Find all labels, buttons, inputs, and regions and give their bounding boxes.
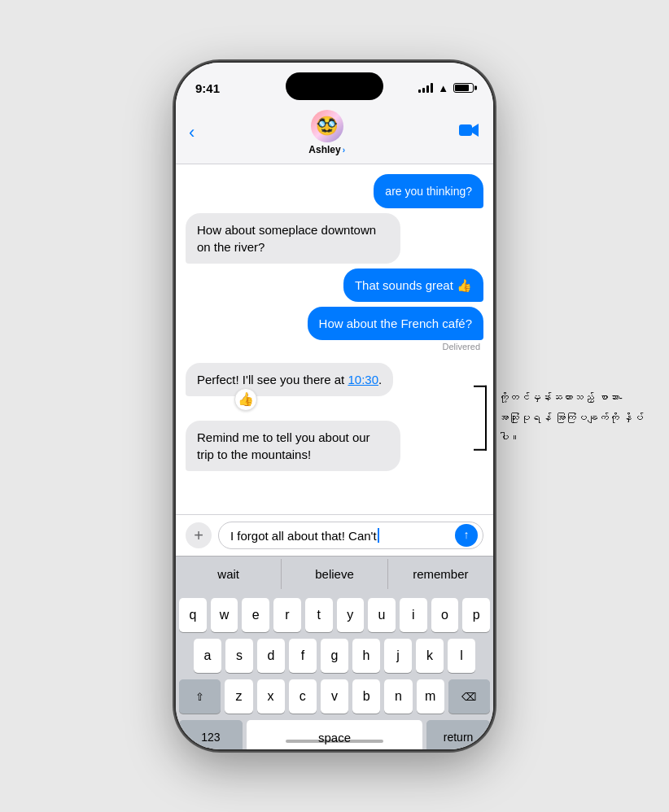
- name-chevron-icon: ›: [343, 146, 345, 155]
- keyboard-row-1: q w e r t y u i o p: [179, 598, 490, 632]
- key-f[interactable]: f: [289, 639, 317, 673]
- message-row: How about the French café?: [186, 307, 483, 340]
- nav-center[interactable]: 🥸 Ashley ›: [308, 110, 345, 155]
- bracket-icon: [474, 386, 487, 451]
- message-row: Perfect! I'll see you there at 10:30.: [186, 363, 483, 396]
- back-button[interactable]: ‹: [189, 122, 195, 143]
- space-key[interactable]: space: [247, 720, 422, 749]
- key-v[interactable]: v: [321, 679, 348, 714]
- key-b[interactable]: b: [352, 679, 380, 714]
- keyboard: q w e r t y u i o p a s d f g h j k l ⇧ …: [176, 592, 493, 749]
- keyboard-row-4: 123 space return: [179, 720, 490, 749]
- delete-key[interactable]: ⌫: [448, 679, 490, 714]
- delivered-status: Delivered: [443, 342, 483, 351]
- tapback-icon[interactable]: 👍: [234, 388, 257, 411]
- message-text-5: Perfect! I'll see you there at 10:30.: [197, 373, 382, 386]
- input-bar: + I forgot all about that! Can't ↑: [176, 514, 493, 556]
- video-call-button[interactable]: [459, 122, 480, 143]
- key-r[interactable]: r: [273, 598, 301, 632]
- message-text-3: That sounds great 👍: [355, 278, 472, 292]
- message-bubble-4: How about the French café?: [308, 307, 483, 340]
- status-icons: ▲: [418, 82, 474, 94]
- key-w[interactable]: w: [211, 598, 238, 632]
- wifi-icon: ▲: [438, 82, 448, 94]
- keyboard-row-2: a s d f g h j k l: [179, 639, 490, 673]
- keyboard-row-3: ⇧ z x c v b n m ⌫: [179, 679, 490, 714]
- myanmar-annotation-text: ကို့တင်မှန်းဆထားသည့် စာသား- အသုံးပြုရန် …: [498, 388, 645, 448]
- message-text-6: Remind me to tell you about our trip to …: [197, 430, 370, 461]
- home-indicator: [286, 740, 383, 743]
- key-q[interactable]: q: [179, 598, 207, 632]
- message-row: Remind me to tell you about our trip to …: [186, 421, 483, 471]
- send-button[interactable]: ↑: [455, 524, 478, 547]
- status-time: 9:41: [195, 81, 220, 95]
- message-text-1: are you thinking?: [385, 185, 472, 198]
- message-input[interactable]: I forgot all about that! Can't ↑: [218, 522, 483, 549]
- message-group-5: Perfect! I'll see you there at 10:30. 👍: [186, 363, 483, 419]
- message-bubble-1: are you thinking?: [374, 174, 483, 208]
- send-icon: ↑: [464, 528, 470, 541]
- signal-bars-icon: [418, 83, 433, 93]
- key-e[interactable]: e: [242, 598, 269, 632]
- shift-key[interactable]: ⇧: [179, 679, 221, 714]
- message-row: How about someplace downtown on the rive…: [186, 213, 483, 264]
- numbers-key[interactable]: 123: [179, 720, 243, 749]
- svg-rect-0: [459, 124, 472, 136]
- message-bubble-2: How about someplace downtown on the rive…: [186, 213, 400, 264]
- autocomplete-remember[interactable]: remember: [388, 559, 493, 589]
- autocomplete-believe[interactable]: believe: [282, 559, 387, 589]
- message-row: are you thinking?: [186, 174, 483, 208]
- phone-frame: 9:41 ▲ ‹ 🥸 Ashley ›: [176, 63, 493, 749]
- message-group-4: How about the French café? Delivered: [186, 307, 483, 351]
- annotation-container: ကို့တင်မှန်းဆထားသည့် စာသား- အသုံးပြုရန် …: [498, 388, 645, 448]
- tapback-container: 👍: [234, 388, 259, 411]
- battery-fill: [455, 85, 469, 91]
- key-y[interactable]: y: [337, 598, 365, 632]
- key-l[interactable]: l: [448, 639, 475, 673]
- avatar: 🥸: [311, 110, 343, 142]
- message-text-4: How about the French café?: [319, 317, 472, 330]
- dynamic-island: [286, 72, 383, 100]
- message-row: That sounds great 👍: [186, 268, 483, 302]
- message-bubble-5: Perfect! I'll see you there at 10:30.: [186, 363, 393, 396]
- key-o[interactable]: o: [431, 598, 459, 632]
- key-z[interactable]: z: [225, 679, 252, 714]
- autocomplete-bar: wait believe remember: [176, 556, 493, 592]
- key-d[interactable]: d: [257, 639, 285, 673]
- autocomplete-wait[interactable]: wait: [176, 559, 282, 589]
- key-h[interactable]: h: [352, 639, 380, 673]
- key-u[interactable]: u: [368, 598, 396, 632]
- key-n[interactable]: n: [384, 679, 412, 714]
- message-bubble-6: Remind me to tell you about our trip to …: [186, 421, 400, 471]
- plus-icon: +: [194, 526, 203, 545]
- key-c[interactable]: c: [289, 679, 317, 714]
- key-m[interactable]: m: [417, 679, 444, 714]
- return-key[interactable]: return: [426, 720, 490, 749]
- messages-area: are you thinking? How about someplace do…: [176, 164, 493, 514]
- key-s[interactable]: s: [225, 639, 253, 673]
- text-cursor: [378, 528, 379, 543]
- key-t[interactable]: t: [305, 598, 333, 632]
- message-text-2: How about someplace downtown on the rive…: [197, 223, 376, 254]
- contact-name: Ashley ›: [308, 144, 345, 155]
- key-i[interactable]: i: [400, 598, 427, 632]
- message-bubble-3: That sounds great 👍: [343, 268, 483, 302]
- back-chevron-icon: ‹: [189, 122, 195, 143]
- key-j[interactable]: j: [384, 639, 412, 673]
- input-text: I forgot all about that! Can't: [230, 529, 377, 543]
- key-x[interactable]: x: [257, 679, 285, 714]
- time-link[interactable]: 10:30: [348, 373, 378, 386]
- key-k[interactable]: k: [416, 639, 444, 673]
- battery-icon: [453, 83, 474, 93]
- key-p[interactable]: p: [462, 598, 490, 632]
- add-button[interactable]: +: [186, 522, 212, 548]
- key-g[interactable]: g: [321, 639, 348, 673]
- nav-bar: ‹ 🥸 Ashley ›: [176, 103, 493, 164]
- svg-marker-1: [472, 124, 479, 137]
- key-a[interactable]: a: [194, 639, 221, 673]
